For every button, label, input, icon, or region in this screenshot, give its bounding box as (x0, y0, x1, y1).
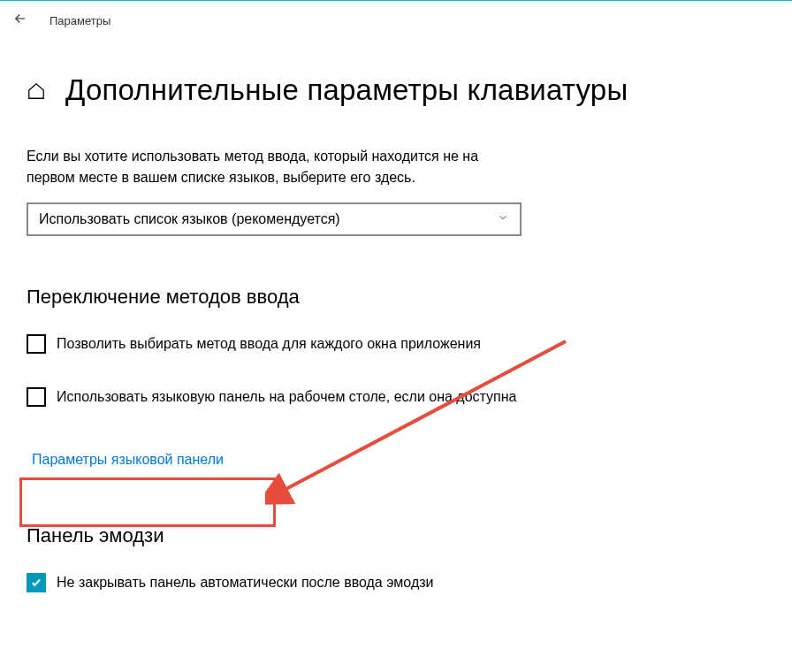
back-button[interactable] (12, 11, 28, 31)
window-title: Параметры (50, 14, 110, 27)
input-method-dropdown[interactable]: Использовать список языков (рекомендуетс… (27, 202, 522, 236)
section-title-input-switch: Переключение методов ввода (27, 286, 765, 309)
dropdown-selected-text: Использовать список языков (рекомендуетс… (39, 211, 340, 227)
home-icon[interactable] (27, 81, 46, 104)
section-title-emoji: Панель эмодзи (27, 524, 765, 547)
checkbox-row-emoji: Не закрывать панель автоматически после … (27, 572, 548, 593)
page-header: Дополнительные параметры клавиатуры (27, 73, 765, 107)
section-emoji: Панель эмодзи Не закрывать панель автома… (27, 524, 765, 593)
lang-bar-settings-link[interactable]: Параметры языковой панели (27, 439, 229, 480)
content-area: Дополнительные параметры клавиатуры Если… (0, 42, 792, 593)
checkbox-label-per-window: Позволить выбирать метод ввода для каждо… (57, 333, 481, 355)
page-title: Дополнительные параметры клавиатуры (65, 73, 628, 107)
checkbox-lang-bar[interactable] (27, 387, 46, 407)
checkbox-emoji-autoclose[interactable] (27, 573, 46, 592)
checkbox-row-per-window: Позволить выбирать метод ввода для каждо… (27, 333, 548, 355)
titlebar: Параметры (0, 0, 792, 42)
checkbox-per-window[interactable] (27, 334, 46, 354)
checkbox-row-lang-bar: Использовать языковую панель на рабочем … (27, 386, 548, 408)
checkbox-label-emoji: Не закрывать панель автоматически после … (57, 572, 434, 593)
intro-description: Если вы хотите использовать метод ввода,… (27, 146, 530, 188)
top-accent-divider (0, 0, 792, 1)
checkbox-label-lang-bar: Использовать языковую панель на рабочем … (57, 386, 517, 408)
chevron-down-icon (497, 211, 509, 227)
